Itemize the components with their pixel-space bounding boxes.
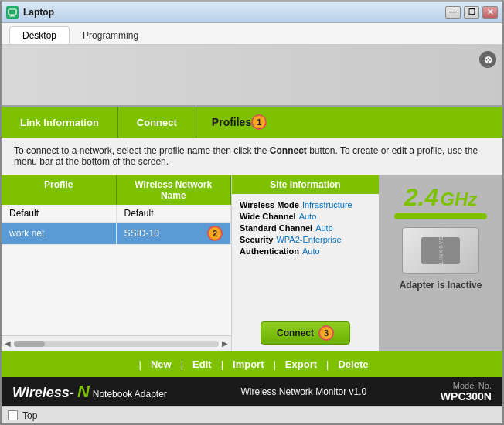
table-scrollbar[interactable]: ◀ ▶ bbox=[2, 335, 231, 351]
site-wireless-mode: Wireless Mode Infrastructure bbox=[240, 200, 371, 209]
ghz-bar bbox=[394, 213, 487, 219]
app-window: Laptop — ❐ ✕ Desktop Programming ⊗ Link … bbox=[0, 0, 504, 425]
window-controls: — ❐ ✕ bbox=[445, 6, 498, 19]
sep-2: | bbox=[181, 359, 183, 370]
restore-button[interactable]: ❐ bbox=[464, 6, 479, 19]
svg-rect-1 bbox=[11, 15, 14, 16]
site-authentication: Authentication Auto bbox=[240, 246, 371, 256]
main-content: ⊗ Link Information Connect Profiles 1 To… bbox=[2, 45, 502, 406]
adapter-card: LINKSYS bbox=[402, 227, 479, 274]
table-body[interactable]: Default Default work net SSID-10 2 bbox=[2, 205, 231, 335]
menu-edit[interactable]: Edit bbox=[189, 359, 215, 370]
menu-export[interactable]: Export bbox=[282, 359, 320, 370]
ghz-display: 2.4 GHz bbox=[404, 185, 477, 210]
title-bar: Laptop — ❐ ✕ bbox=[2, 2, 502, 23]
site-info-header: Site Information bbox=[232, 175, 379, 194]
menu-delete[interactable]: Delete bbox=[335, 359, 371, 370]
info-text-row: To connect to a network, select the prof… bbox=[2, 138, 502, 175]
sep-1: | bbox=[139, 359, 141, 370]
window-title: Laptop bbox=[23, 7, 445, 18]
site-connect-button[interactable]: Connect 3 bbox=[261, 321, 350, 345]
scroll-track[interactable] bbox=[14, 341, 219, 347]
sep-4: | bbox=[273, 359, 275, 370]
brand-center: Wireless Network Monitor v1.0 bbox=[240, 386, 366, 397]
table-header: Profile Wireless Network Name bbox=[2, 175, 231, 205]
sep-3: | bbox=[221, 359, 223, 370]
connect-badge: 3 bbox=[318, 325, 334, 341]
menu-new[interactable]: New bbox=[148, 359, 175, 370]
brand-bar: Wireless- N Notebook Adapter Wireless Ne… bbox=[2, 377, 502, 406]
tab-programming[interactable]: Programming bbox=[70, 26, 152, 44]
brand-left: Wireless- N Notebook Adapter bbox=[12, 382, 167, 402]
profiles-badge: 1 bbox=[251, 114, 267, 130]
svg-rect-2 bbox=[9, 15, 15, 16]
status-label: Top bbox=[22, 410, 37, 421]
link-info-tab[interactable]: Link Information bbox=[2, 107, 118, 138]
menu-import[interactable]: Import bbox=[230, 359, 267, 370]
brand-model: WPC300N bbox=[441, 390, 492, 403]
col-profile: Profile bbox=[2, 175, 117, 205]
scroll-left-arrow[interactable]: ◀ bbox=[5, 339, 11, 348]
top-tab-bar: Desktop Programming bbox=[2, 23, 502, 45]
inactive-label: Adapter is Inactive bbox=[400, 280, 482, 291]
data-area: Profile Wireless Network Name Default De… bbox=[2, 175, 502, 351]
svg-rect-0 bbox=[9, 9, 16, 15]
cell-profile-2: work net bbox=[2, 223, 117, 244]
minimize-button[interactable]: — bbox=[445, 6, 461, 19]
status-checkbox[interactable] bbox=[8, 410, 18, 420]
row-badge: 2 bbox=[207, 226, 223, 241]
brand-wireless: Wireless- bbox=[12, 385, 74, 401]
cell-profile-1: Default bbox=[2, 205, 117, 222]
connect-tab[interactable]: Connect bbox=[118, 107, 196, 138]
table-row[interactable]: Default Default bbox=[2, 205, 231, 223]
connect-btn-area: Connect 3 bbox=[232, 317, 379, 351]
scroll-right-arrow[interactable]: ▶ bbox=[222, 339, 228, 348]
profiles-tab[interactable]: Profiles 1 bbox=[196, 107, 502, 138]
sep-5: | bbox=[326, 359, 329, 370]
site-wide-channel: Wide Channel Auto bbox=[240, 212, 371, 221]
col-network: Wireless Network Name bbox=[117, 175, 232, 205]
scroll-thumb[interactable] bbox=[14, 341, 45, 347]
app-icon bbox=[6, 6, 19, 19]
banner-close-button[interactable]: ⊗ bbox=[479, 51, 496, 68]
site-standard-channel: Standard Channel Auto bbox=[240, 223, 371, 233]
cell-network-1: Default bbox=[117, 205, 232, 222]
table-row-selected[interactable]: work net SSID-10 2 bbox=[2, 223, 231, 245]
tab-desktop[interactable]: Desktop bbox=[9, 26, 70, 44]
banner-area: ⊗ bbox=[2, 45, 502, 107]
status-bar: Top bbox=[2, 406, 502, 423]
bottom-toolbar: | New | Edit | Import | Export | Delete bbox=[2, 351, 502, 377]
adapter-chip: LINKSYS bbox=[421, 237, 460, 264]
nav-toolbar: Link Information Connect Profiles 1 bbox=[2, 107, 502, 138]
brand-product: Notebook Adapter bbox=[93, 389, 167, 400]
profiles-table: Profile Wireless Network Name Default De… bbox=[2, 175, 232, 351]
brand-n: N bbox=[77, 382, 90, 402]
ghz-panel: 2.4 GHz LINKSYS Adapter is Inactive bbox=[379, 175, 502, 351]
site-info-panel: Site Information Wireless Mode Infrastru… bbox=[232, 175, 379, 351]
site-security: Security WPA2-Enterprise bbox=[240, 235, 371, 244]
cell-network-2: SSID-10 2 bbox=[117, 223, 232, 244]
brand-right: Model No. WPC300N bbox=[441, 381, 492, 403]
site-info-body: Wireless Mode Infrastructure Wide Channe… bbox=[232, 194, 379, 317]
close-button[interactable]: ✕ bbox=[482, 6, 498, 19]
